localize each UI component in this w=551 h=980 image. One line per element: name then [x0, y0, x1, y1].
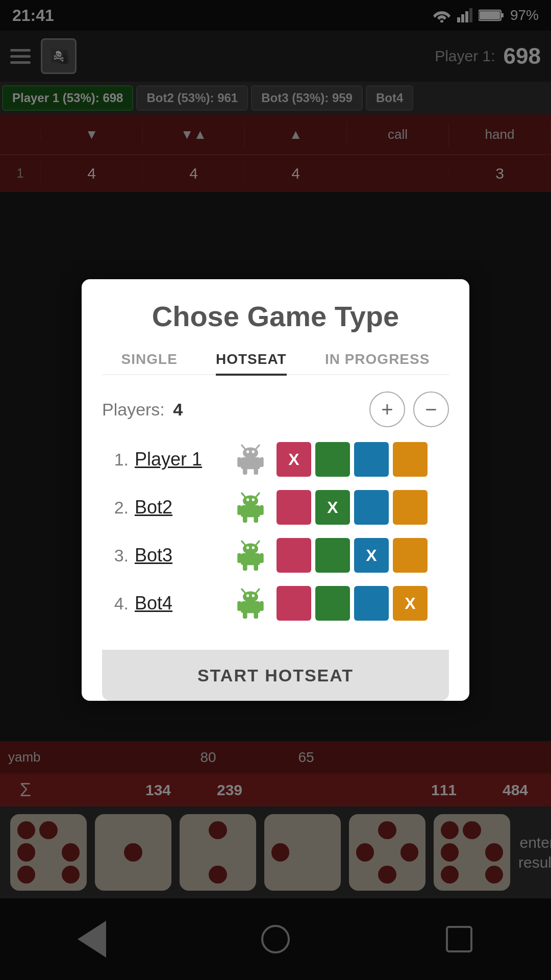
player-rows-container: 1.Player 1 X2.Bot2 X3.Bot3 — [102, 442, 449, 621]
svg-rect-35 — [260, 553, 264, 563]
modal-overlay: Chose Game Type SINGLE HOTSEAT IN PROGRE… — [0, 0, 551, 980]
svg-line-29 — [256, 541, 260, 546]
android-icon-3 — [233, 537, 268, 573]
svg-point-21 — [246, 498, 249, 501]
svg-rect-24 — [237, 505, 241, 515]
player-row-4: 4.Bot4 X — [102, 585, 449, 621]
svg-rect-33 — [241, 553, 261, 566]
player-row-1: 1.Player 1 X — [102, 442, 449, 477]
svg-rect-47 — [254, 612, 258, 619]
modal-dialog: Chose Game Type SINGLE HOTSEAT IN PROGRE… — [82, 279, 469, 701]
swatch-blue-player4[interactable] — [354, 586, 389, 621]
swatch-orange-player2[interactable] — [393, 490, 428, 525]
player-name-3[interactable]: Bot3 — [135, 545, 227, 566]
swatch-green-player2[interactable]: X — [315, 490, 350, 525]
player-num-1: 1. — [102, 450, 129, 470]
swatch-orange-player3[interactable] — [393, 538, 428, 573]
player-num-2: 2. — [102, 498, 129, 518]
svg-point-42 — [252, 594, 255, 597]
svg-point-30 — [243, 543, 258, 554]
color-swatches-2: X — [277, 490, 428, 525]
svg-rect-36 — [243, 564, 247, 571]
svg-rect-13 — [241, 457, 261, 470]
svg-point-31 — [246, 546, 249, 549]
android-icon-4 — [233, 585, 268, 621]
swatch-red-player2[interactable] — [277, 490, 311, 525]
svg-line-39 — [256, 589, 260, 594]
swatch-blue-player1[interactable] — [354, 442, 389, 477]
svg-rect-46 — [243, 612, 247, 619]
svg-rect-16 — [243, 468, 247, 475]
swatch-orange-player4[interactable]: X — [393, 586, 428, 621]
tab-inprogress[interactable]: IN PROGRESS — [325, 351, 430, 374]
android-icon-1 — [233, 442, 268, 477]
swatch-red-player1[interactable]: X — [277, 442, 311, 477]
svg-line-19 — [256, 493, 260, 498]
swatch-green-player3[interactable] — [315, 538, 350, 573]
add-player-button[interactable]: + — [369, 391, 405, 427]
players-count-display: Players: 4 — [102, 400, 183, 420]
player-controls: + − — [369, 391, 449, 427]
modal-tabs: SINGLE HOTSEAT IN PROGRESS — [102, 351, 449, 375]
svg-rect-37 — [254, 564, 258, 571]
color-swatches-4: X — [277, 586, 428, 621]
svg-line-18 — [242, 493, 246, 498]
swatch-blue-player2[interactable] — [354, 490, 389, 525]
players-header: Players: 4 + − — [102, 391, 449, 427]
swatch-green-player1[interactable] — [315, 442, 350, 477]
svg-point-32 — [252, 546, 255, 549]
tab-single[interactable]: SINGLE — [121, 351, 178, 374]
swatch-red-player4[interactable] — [277, 586, 311, 621]
svg-rect-26 — [243, 516, 247, 523]
swatch-blue-player3[interactable]: X — [354, 538, 389, 573]
svg-rect-25 — [260, 505, 264, 515]
player-row-3: 3.Bot3 X — [102, 537, 449, 573]
svg-rect-27 — [254, 516, 258, 523]
start-hotseat-button[interactable]: START HOTSEAT — [102, 650, 449, 701]
player-name-4[interactable]: Bot4 — [135, 593, 227, 614]
player-name-1[interactable]: Player 1 — [135, 449, 227, 470]
swatch-red-player3[interactable] — [277, 538, 311, 573]
svg-point-11 — [246, 450, 249, 453]
svg-line-9 — [256, 445, 260, 450]
player-row-2: 2.Bot2 X — [102, 489, 449, 525]
svg-line-38 — [242, 589, 246, 594]
svg-point-10 — [243, 447, 258, 458]
svg-rect-14 — [237, 457, 241, 467]
svg-point-40 — [243, 591, 258, 602]
svg-rect-45 — [260, 601, 264, 611]
svg-point-41 — [246, 594, 249, 597]
swatch-orange-player1[interactable] — [393, 442, 428, 477]
android-icon-2 — [233, 489, 268, 525]
svg-point-12 — [252, 450, 255, 453]
svg-rect-43 — [241, 601, 261, 614]
svg-rect-44 — [237, 601, 241, 611]
svg-line-8 — [242, 445, 246, 450]
remove-player-button[interactable]: − — [413, 391, 449, 427]
player-name-2[interactable]: Bot2 — [135, 497, 227, 518]
svg-rect-15 — [260, 457, 264, 467]
svg-rect-17 — [254, 468, 258, 475]
swatch-green-player4[interactable] — [315, 586, 350, 621]
modal-title: Chose Game Type — [102, 300, 449, 333]
color-swatches-3: X — [277, 538, 428, 573]
player-num-4: 4. — [102, 594, 129, 614]
svg-point-20 — [243, 495, 258, 506]
svg-line-28 — [242, 541, 246, 546]
color-swatches-1: X — [277, 442, 428, 477]
svg-rect-23 — [241, 505, 261, 518]
tab-hotseat[interactable]: HOTSEAT — [216, 351, 287, 376]
svg-rect-34 — [237, 553, 241, 563]
svg-point-22 — [252, 498, 255, 501]
player-num-3: 3. — [102, 546, 129, 566]
